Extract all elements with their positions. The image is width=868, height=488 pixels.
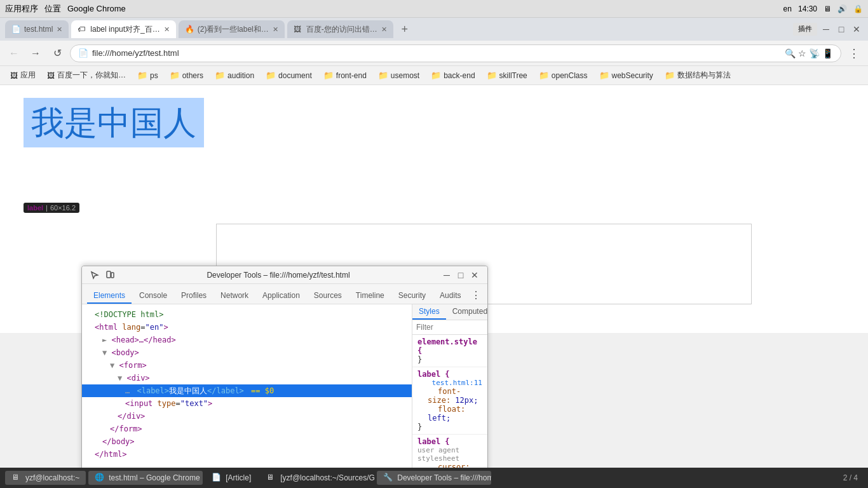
dom-line-label-selected[interactable]: … <label>我是中国人</label> == $0: [82, 384, 412, 397]
devtools-taskbar-icon: 🔧: [383, 473, 393, 483]
styles-origin-label-ua[interactable]: user agent stylesheet: [417, 446, 482, 463]
devtools-tab-network[interactable]: Network: [214, 288, 255, 304]
tab-label-see[interactable]: 🔥 (2)看到一些label和… ✕: [179, 20, 285, 38]
bookmark-skilltree[interactable]: 📁 skillTree: [482, 69, 532, 82]
devtools-tab-profiles[interactable]: Profiles: [175, 288, 213, 304]
devtools-tab-sources[interactable]: Sources: [308, 288, 348, 304]
devtools-tab-elements[interactable]: Elements: [87, 288, 132, 304]
baidu-label: 百度一下，你就知…: [57, 70, 126, 81]
folder-icon-ps: 📁: [137, 71, 147, 80]
bookmark-usemost[interactable]: 📁 usemost: [373, 69, 424, 82]
folder-icon-others: 📁: [170, 71, 180, 80]
tab-close-4[interactable]: ✕: [381, 25, 387, 34]
styles-tab-computed[interactable]: Computed: [446, 304, 487, 320]
dom-line-input[interactable]: <input type="text">: [82, 397, 412, 410]
taskbar-item-terminal[interactable]: 🖥 yzf@localhost:~: [5, 471, 86, 485]
window-close[interactable]: ✕: [850, 23, 863, 36]
taskbar-article-label: [Article]: [226, 473, 251, 482]
tab-close-1[interactable]: ✕: [57, 25, 62, 34]
reload-button[interactable]: ↺: [48, 44, 66, 62]
devtools-window-controls: ─ □ ✕: [440, 269, 481, 281]
bookmark-openclass[interactable]: 📁 openClass: [534, 69, 593, 82]
bookmark-backend[interactable]: 📁 back-end: [426, 69, 480, 82]
phone-icon[interactable]: 📱: [822, 48, 833, 58]
new-tab-button[interactable]: +: [396, 20, 414, 38]
devtools-more-tabs[interactable]: ⋮: [468, 287, 484, 304]
os-topbar-right: en 14:30 🖥 🔊 🔒: [783, 4, 863, 13]
bookmark-baidu[interactable]: 🖼 百度一下，你就知…: [42, 68, 131, 83]
datastructure-label: 数据结构与算法: [677, 70, 731, 81]
styles-filter-bar: :hov .cls +: [412, 320, 487, 335]
dom-line-body[interactable]: ▼ <body>: [82, 346, 412, 359]
tab-favicon-3: 🔥: [185, 25, 194, 34]
chrome-taskbar-icon: 🌐: [95, 473, 105, 483]
devtools-tab-security[interactable]: Security: [392, 288, 432, 304]
address-bar[interactable]: 📄 file:///home/yzf/test.html 🔍 ☆ 📡 📱: [70, 44, 841, 62]
tab-label-4: 百度-您的访问出错…: [306, 24, 377, 35]
dom-line-form[interactable]: ▼ <form>: [82, 359, 412, 372]
dom-line-html[interactable]: <html lang="en">: [82, 321, 412, 334]
bookmark-apps[interactable]: 🖼 应用: [5, 68, 41, 83]
bookmark-datastructure[interactable]: 📁 数据结构与算法: [660, 68, 736, 83]
taskbar-item-chrome[interactable]: 🌐 test.html – Google Chrome: [88, 471, 203, 485]
styles-rule-element: element.style { }: [412, 335, 487, 367]
devtools-device-icon[interactable]: [104, 269, 116, 281]
devtools-minimize[interactable]: ─: [440, 269, 453, 281]
devtools-titlebar: Developer Tools – file:///home/yzf/test.…: [82, 266, 487, 284]
bookmark-websecurity[interactable]: 📁 webSecurity: [594, 69, 658, 82]
extensions-label[interactable]: 插件: [793, 23, 817, 36]
bookmark-star-icon[interactable]: ☆: [798, 48, 806, 58]
bookmark-audition[interactable]: 📁 audition: [210, 69, 259, 82]
devtools-close[interactable]: ✕: [468, 269, 481, 281]
volume-icon: 🔊: [837, 4, 847, 13]
tab-close-3[interactable]: ✕: [273, 25, 278, 34]
chinese-text-label: 我是中国人: [24, 98, 204, 147]
tooltip-tag: label: [27, 204, 43, 212]
taskbar-devtools-label: Developer Tools – file:///home/y…: [397, 473, 491, 482]
styles-brace-label: }: [417, 423, 422, 431]
forward-button[interactable]: →: [27, 44, 44, 62]
apps-menu[interactable]: 应用程序: [5, 3, 38, 15]
dom-line-div[interactable]: ▼ <div>: [82, 372, 412, 384]
devtools-undock[interactable]: □: [454, 269, 467, 281]
element-tooltip: label | 60×16.2: [24, 203, 79, 213]
styles-tab-styles[interactable]: Styles: [412, 304, 446, 320]
devtools-tab-timeline[interactable]: Timeline: [349, 288, 391, 304]
styles-origin-label[interactable]: test.html:11: [432, 379, 482, 387]
styles-rule-label: label { test.html:11 font-size: 12px; fl…: [412, 367, 487, 435]
bookmark-document[interactable]: 📁 document: [261, 69, 317, 82]
tab-close-2[interactable]: ✕: [164, 25, 170, 34]
styles-brace-element: }: [417, 355, 422, 364]
bookmark-others[interactable]: 📁 others: [165, 69, 208, 82]
devtools-tab-audits[interactable]: Audits: [433, 288, 467, 304]
back-button[interactable]: ←: [5, 44, 23, 62]
apps-icon: 🖼: [10, 71, 18, 80]
bookmark-ps[interactable]: 📁 ps: [132, 69, 163, 82]
dom-line-head[interactable]: ► <head>…</head>: [82, 334, 412, 346]
styles-panel: Styles Computed EventListeners » :hov .c…: [412, 304, 487, 487]
devtools-tab-application[interactable]: Application: [256, 288, 306, 304]
window-controls: 插件 ─ □ ✕: [793, 23, 863, 36]
taskbar-item-sources[interactable]: 🖥 [yzf@localhost:~/Sources/Githu…: [260, 471, 374, 485]
browser-menu[interactable]: Google Chrome: [67, 4, 126, 13]
styles-filter-input[interactable]: [416, 323, 487, 332]
search-icon[interactable]: 🔍: [785, 48, 796, 58]
cast-icon[interactable]: 📡: [809, 48, 820, 58]
taskbar-item-article[interactable]: 📄 [Article]: [205, 471, 257, 485]
devtools-inspect-icon[interactable]: [88, 269, 101, 281]
devtools-tab-console[interactable]: Console: [133, 288, 173, 304]
tab-favicon-2: 🏷: [78, 25, 86, 34]
window-maximize[interactable]: □: [835, 23, 848, 36]
taskbar-item-devtools[interactable]: 🔧 Developer Tools – file:///home/y…: [377, 471, 491, 485]
tooltip-size: 60×16.2: [50, 204, 76, 212]
address-bar-icons: 🔍 ☆ 📡 📱: [785, 48, 833, 58]
language-indicator[interactable]: en: [783, 4, 792, 13]
bookmark-frontend[interactable]: 📁 front-end: [318, 69, 372, 82]
tab-favicon-1: 📄: [11, 25, 20, 34]
tab-label-input[interactable]: 🏷 label input对齐_百… ✕: [71, 20, 175, 38]
location-menu[interactable]: 位置: [44, 3, 61, 15]
tab-baidu-error[interactable]: 🖼 百度-您的访问出错… ✕: [287, 20, 393, 38]
chrome-menu-button[interactable]: ⋮: [845, 44, 863, 62]
tab-test-html[interactable]: 📄 test.html ✕: [5, 20, 69, 38]
window-minimize[interactable]: ─: [820, 23, 832, 36]
